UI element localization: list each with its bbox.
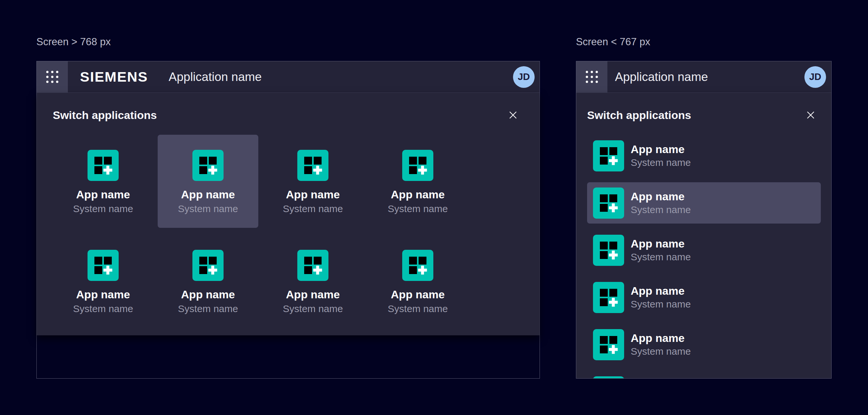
app-switch-grid-icon [46, 71, 58, 83]
app-plus-icon [297, 250, 329, 281]
app-name: App name [631, 331, 691, 345]
app-switch-button[interactable] [37, 61, 68, 92]
breakpoint-label-mobile: Screen < 767 px [576, 36, 650, 48]
app-item-text: App name System name [631, 189, 691, 216]
system-name: System name [388, 202, 448, 215]
app-plus-icon [593, 140, 624, 171]
application-title: Application name [615, 70, 708, 84]
application-title: Application name [169, 70, 262, 84]
app-name: App name [391, 288, 444, 301]
app-plus-icon [593, 282, 624, 313]
system-name: System name [283, 302, 343, 315]
app-plus-icon [593, 376, 624, 379]
app-plus-icon [297, 150, 329, 181]
app-list-item[interactable]: App name System name [587, 324, 821, 365]
overlay-header: Switch applications [53, 108, 520, 122]
system-name: System name [178, 302, 238, 315]
app-name: App name [286, 188, 340, 201]
close-icon [806, 110, 815, 120]
close-button[interactable] [804, 108, 817, 122]
app-item-text: App name System name [631, 378, 691, 379]
system-name: System name [631, 298, 691, 311]
user-avatar[interactable]: JD [804, 66, 826, 88]
system-name: System name [631, 250, 691, 263]
app-tile-grid: App name System name App name System nam… [53, 135, 468, 328]
app-header-bar: SIEMENS Application name JD [37, 61, 539, 92]
system-name: System name [73, 202, 133, 215]
app-item-text: App name System name [631, 237, 691, 263]
overlay-header: Switch applications [587, 108, 817, 122]
system-name: System name [283, 202, 343, 215]
app-switch-button[interactable] [576, 61, 608, 92]
app-plus-icon [593, 329, 624, 360]
system-name: System name [178, 202, 238, 215]
user-avatar[interactable]: JD [513, 66, 535, 88]
app-plus-icon [192, 250, 223, 281]
app-plus-icon [192, 150, 223, 181]
app-list: App name System name App name System nam… [587, 135, 821, 379]
app-tile[interactable]: App name System name [262, 235, 363, 328]
app-plus-icon [593, 235, 624, 266]
app-list-item[interactable]: App name System name [587, 277, 821, 318]
breakpoint-label-desktop: Screen > 768 px [36, 36, 111, 48]
app-plus-icon [88, 250, 119, 281]
app-name: App name [76, 288, 130, 301]
app-name: App name [631, 237, 691, 250]
app-name: App name [631, 189, 691, 203]
system-name: System name [631, 345, 691, 358]
app-tile[interactable]: App name System name [368, 135, 468, 228]
app-plus-icon [593, 188, 624, 219]
app-item-text: App name System name [631, 284, 691, 311]
app-tile[interactable]: App name System name [368, 235, 468, 328]
system-name: System name [631, 156, 691, 169]
app-item-text: App name System name [631, 331, 691, 358]
mobile-window: Application name JD Switch applications … [576, 61, 832, 379]
app-name: App name [631, 284, 691, 298]
app-tile[interactable]: App name System name [158, 235, 258, 328]
siemens-logo: SIEMENS [80, 69, 148, 85]
desktop-window: SIEMENS Application name JD Switch appli… [36, 61, 540, 379]
overlay-title: Switch applications [53, 109, 157, 122]
app-tile[interactable]: App name System name [53, 135, 153, 228]
app-list-item[interactable]: App name System name [587, 135, 821, 177]
app-plus-icon [402, 150, 433, 181]
app-item-text: App name System name [631, 142, 691, 169]
app-name: App name [286, 288, 340, 301]
app-list-item[interactable]: App name System name [587, 229, 821, 271]
app-tile[interactable]: App name System name [53, 235, 153, 328]
system-name: System name [73, 302, 133, 315]
app-plus-icon [402, 250, 433, 281]
close-button[interactable] [506, 108, 520, 122]
system-name: System name [631, 203, 691, 216]
app-name: App name [631, 142, 691, 156]
close-icon [508, 110, 518, 120]
app-name: App name [76, 188, 130, 201]
overlay-title: Switch applications [587, 109, 691, 122]
system-name: System name [388, 302, 448, 315]
app-name: App name [181, 288, 235, 301]
app-list-item-selected[interactable]: App name System name [587, 182, 821, 224]
app-header-bar: Application name JD [576, 61, 831, 92]
switch-applications-overlay: Switch applications App name System name… [37, 92, 539, 336]
app-tile-selected[interactable]: App name System name [158, 135, 258, 228]
app-plus-icon [88, 150, 119, 181]
switch-applications-overlay: Switch applications App name System name [576, 92, 831, 378]
app-list-item-clipped[interactable]: App name System name [587, 371, 821, 379]
app-name: App name [181, 188, 235, 201]
app-name: App name [631, 378, 691, 379]
app-tile[interactable]: App name System name [262, 135, 363, 228]
app-switch-grid-icon [586, 71, 598, 83]
app-name: App name [391, 188, 444, 201]
